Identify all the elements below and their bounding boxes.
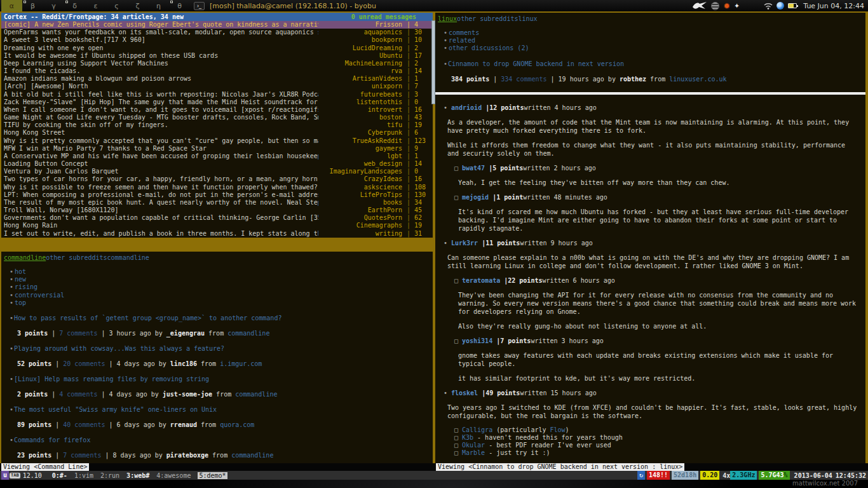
post-title-link[interactable]: The most useful "Swiss army knife" one-l… (14, 406, 217, 413)
subreddit-name-tail[interactable]: commandline (107, 254, 149, 261)
scrollbar-thumb[interactable] (431, 20, 435, 104)
comment-author-link[interactable]: mejogid (462, 194, 489, 201)
article-row[interactable]: Why is it pretty commonly accepted that … (1, 137, 433, 145)
post-author-link[interactable]: pirateboxge (166, 452, 208, 459)
post-comments-link[interactable]: 7 comments (59, 330, 97, 337)
article-row[interactable]: [Arch] [Awesome] Northunixporn| 7 (1, 83, 433, 90)
post-comments-link[interactable]: 4 comments (59, 391, 97, 398)
spotify-icon[interactable] (711, 2, 719, 10)
article-row[interactable]: A sweet 3 level bookshelf.[717 X 960]boo… (1, 36, 433, 44)
bird-icon[interactable] (692, 1, 707, 10)
article-row[interactable]: Governments don't want a population capa… (1, 214, 433, 222)
workspace-tag-β[interactable]: β (22, 0, 43, 11)
article-row[interactable]: [comic] A new Zen Pencils comic using Ro… (1, 21, 433, 29)
post-title-link[interactable]: [Linux] Help mass renaming files by remo… (14, 376, 209, 383)
article-row[interactable]: I found the cicadas.rva| 14 (1, 67, 433, 75)
window-title[interactable]: [mosh] thallada@camel (192.168.1.10) - b… (210, 2, 376, 10)
app-link[interactable]: Flow (550, 426, 565, 433)
article-row[interactable]: A bit old but i still feel like this is … (1, 91, 433, 98)
post-author-link[interactable]: _eigengrau (166, 330, 205, 337)
article-row[interactable]: OpenFarms wants your feedback on its sma… (1, 29, 433, 36)
comment-author-link[interactable]: teratomata (462, 277, 500, 284)
post-comments-link[interactable]: 7 comments (63, 452, 101, 459)
app-link[interactable]: Marble (462, 449, 485, 456)
post-source-link[interactable]: commandline (231, 452, 273, 459)
workspace-tag-ζ[interactable]: ζ (127, 0, 148, 11)
post-comments-link[interactable]: 40 comments (63, 421, 105, 428)
post-author-link[interactable]: rrenaud (170, 421, 197, 428)
battery-icon[interactable] (788, 3, 797, 8)
byobu-window-tab[interactable]: 4:awesome (156, 472, 191, 479)
article-row[interactable]: Why is it possible to freeze semen and t… (1, 184, 433, 191)
article-row[interactable]: Troll Wall, Norway [1680X1120]EarthPorn|… (1, 207, 433, 214)
post-comments-link[interactable]: 334 comments (501, 76, 546, 83)
nav-link[interactable]: comments (449, 29, 479, 36)
nav-link[interactable]: controversial (15, 292, 64, 299)
comment-author-link[interactable]: andrioid (451, 104, 482, 111)
article-row[interactable]: Loading Button Conceptweb_design| 14 (1, 160, 433, 168)
terminal-icon[interactable]: ›_ (194, 2, 205, 10)
article-row[interactable]: When I call someone I don't want to, and… (1, 106, 433, 114)
post-title-link[interactable]: Playing around with cowsay...Was this al… (14, 345, 224, 352)
article-row[interactable]: The result of my most epic book hunt. A … (1, 199, 433, 207)
article-row[interactable]: Hong Kong StreetCyberpunk| 6 (1, 129, 433, 137)
workspace-tag-δ[interactable]: δ (64, 0, 85, 11)
comment-author-link[interactable]: bwat47 (462, 165, 485, 172)
comment-author-link[interactable]: Lurk3rr (451, 240, 478, 247)
workspace-tag-α[interactable]: α (1, 0, 22, 11)
post-author-link[interactable]: just-some-joe (163, 391, 212, 398)
article-row[interactable]: Dreaming with one eye openLucidDreaming|… (1, 44, 433, 52)
post-source-link[interactable]: commandline (235, 391, 277, 398)
article-row[interactable]: TIFU by cooking the skin off of my finge… (1, 121, 433, 129)
article-row[interactable]: Ventura by Juan Carlos BarquetImaginaryL… (1, 168, 433, 175)
post-author-link[interactable]: linc186 (170, 360, 197, 367)
workspace-tag-ς[interactable]: ς (106, 0, 127, 11)
post-title-link[interactable]: Commands for firefox (14, 437, 90, 444)
byobu-window-tab[interactable]: 2:run (100, 472, 119, 479)
app-link[interactable]: K3b (462, 434, 473, 441)
app-link[interactable]: Calligra (462, 426, 492, 433)
workspace-tag-ε[interactable]: ε (85, 0, 106, 11)
byobu-window-tab[interactable]: 1:vim (74, 472, 93, 479)
article-row[interactable]: MFW I win at Mario Party 7 thanks to a R… (1, 145, 433, 152)
other-subreddits-label[interactable]: other subreddits (457, 15, 518, 22)
starburst-icon[interactable]: ✹ (723, 2, 730, 10)
subreddit-name[interactable]: linux (438, 15, 457, 22)
article-row[interactable]: Zack Hemsey-"Slave" [Hip Hop] The same g… (1, 98, 433, 106)
other-subreddits-label[interactable]: other subreddits (46, 254, 107, 261)
network-globe-icon[interactable] (776, 2, 784, 10)
article-row[interactable]: Game Night at Good Life every Tuesday - … (1, 114, 433, 121)
post-title-link[interactable]: How to pass results of `getent group <gr… (14, 315, 281, 322)
subreddit-name[interactable]: commandline (4, 254, 46, 261)
article-row[interactable]: Deep Learning using Support Vector Machi… (1, 60, 433, 67)
workspace-tag-γ[interactable]: γ (43, 0, 64, 11)
post-author-link[interactable]: robthez (620, 76, 646, 83)
post-comments-link[interactable]: 20 comments (63, 360, 105, 367)
article-row[interactable]: I set out to write, edit, and publish a … (1, 230, 433, 238)
article-row[interactable]: Amazon indians making a blowgun and pois… (1, 75, 433, 83)
article-row[interactable]: A Conservative MP and his wife have been… (1, 152, 433, 160)
comment-author-link[interactable]: floskel (451, 390, 478, 396)
subreddit-name-tail[interactable]: linux (518, 15, 537, 22)
nav-link[interactable]: new (15, 276, 26, 283)
article-row[interactable]: Hong Kong RainCinemagraphs| 19 (1, 222, 433, 229)
post-source-link[interactable]: i.imgur.com (220, 360, 262, 367)
nav-link[interactable]: other discussions (2) (449, 44, 529, 51)
post-source-link[interactable]: quora.com (220, 421, 254, 428)
byobu-window-tab[interactable]: 5:demo* (198, 472, 227, 479)
article-row[interactable]: LPT: When composing a professional e-mai… (1, 191, 433, 199)
workspace-tag-η[interactable]: η (148, 0, 169, 11)
workspace-tag-θ[interactable]: θ (169, 0, 190, 11)
app-link[interactable]: Okular (462, 442, 485, 449)
post-source-link[interactable]: commandline (227, 330, 269, 337)
byobu-window-tab[interactable]: 0:#- (52, 472, 67, 479)
nav-link[interactable]: top (15, 299, 26, 306)
nav-link[interactable]: hot (15, 268, 26, 275)
article-row[interactable]: Two types of car horns for your car, a h… (1, 175, 433, 183)
nav-link[interactable]: rising (15, 283, 37, 290)
article-row[interactable]: It would be awesome if Ubuntu shipped on… (1, 52, 433, 60)
wifi-icon[interactable] (764, 2, 773, 10)
byobu-window-tab[interactable]: 3:web# (126, 472, 149, 479)
post-source-link[interactable]: linuxuser.co.uk (669, 76, 726, 83)
nav-link[interactable]: related (449, 37, 475, 44)
